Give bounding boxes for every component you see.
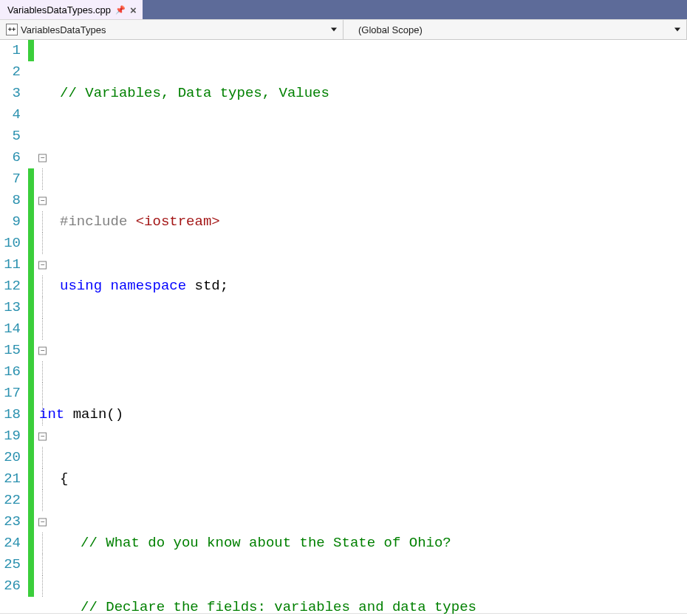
change-bar (28, 168, 34, 190)
line-number: 6 (0, 147, 21, 168)
line-number: 9 (0, 211, 21, 233)
change-bar (28, 447, 34, 468)
cpp-file-icon: ++ (6, 24, 18, 35)
change-bar (28, 340, 34, 361)
scope-right-label: (Global Scope) (358, 24, 423, 35)
code-text: // Variables, Data types, Values (60, 83, 329, 104)
line-number: 16 (0, 361, 21, 383)
line-number: 5 (0, 126, 21, 147)
line-number: 15 (0, 340, 21, 361)
change-bar (28, 276, 34, 297)
close-icon[interactable]: × (130, 4, 137, 16)
line-number: 11 (0, 254, 21, 276)
line-number: 24 (0, 533, 21, 554)
line-number: 4 (0, 104, 21, 126)
outline-margin: − − − − − − (28, 40, 36, 613)
line-number: 20 (0, 447, 21, 468)
change-bar (28, 254, 34, 276)
line-number: 18 (0, 404, 21, 425)
code-content[interactable]: // Variables, Data types, Values #includ… (36, 40, 687, 613)
pin-icon[interactable]: 📌 (115, 5, 126, 15)
code-text: { (60, 468, 68, 490)
line-number: 17 (0, 383, 21, 404)
change-bar (28, 511, 34, 533)
change-bar (28, 425, 34, 447)
code-text: int (39, 404, 64, 425)
line-number: 12 (0, 276, 21, 297)
code-text: // What do you know about the State of O… (81, 533, 451, 554)
chevron-down-icon (331, 28, 337, 32)
change-bar (28, 211, 34, 233)
blank-line (36, 340, 687, 361)
change-bar (28, 404, 34, 425)
code-text: std; (186, 276, 228, 297)
change-bar (28, 361, 34, 383)
scope-left-label: VariablesDataTypes (21, 24, 106, 35)
scope-dropdown-right[interactable]: (Global Scope) (344, 20, 687, 39)
blank-line (36, 147, 687, 168)
change-bar (28, 383, 34, 404)
change-bar (28, 318, 34, 340)
tab-title: VariablesDataTypes.cpp (7, 4, 111, 16)
line-number: 22 (0, 490, 21, 511)
code-text: <iostream> (136, 211, 220, 233)
file-tab[interactable]: VariablesDataTypes.cpp 📌 × (0, 0, 143, 19)
line-number: 21 (0, 468, 21, 490)
change-bar (28, 297, 34, 318)
line-number: 1 (0, 40, 21, 61)
code-text: namespace (110, 276, 186, 297)
change-bar (28, 490, 34, 511)
code-text: // Declare the fields: variables and dat… (81, 597, 476, 616)
line-number: 8 (0, 190, 21, 211)
change-bar (28, 40, 34, 61)
line-number-gutter: 1 2 3 4 5 6 7 8 9 10 11 12 13 14 15 16 1… (0, 40, 28, 613)
change-bar (28, 190, 34, 211)
code-text (102, 276, 110, 297)
navigation-bar: ++ VariablesDataTypes (Global Scope) (0, 19, 687, 40)
tab-strip: VariablesDataTypes.cpp 📌 × (0, 0, 687, 19)
scope-dropdown-left[interactable]: ++ VariablesDataTypes (0, 20, 344, 39)
line-number: 19 (0, 425, 21, 447)
line-number: 25 (0, 554, 21, 575)
line-number: 26 (0, 575, 21, 597)
line-number: 3 (0, 83, 21, 104)
change-bar (28, 575, 34, 597)
code-text: using (60, 276, 102, 297)
line-number: 14 (0, 318, 21, 340)
change-bar (28, 554, 34, 575)
line-number: 7 (0, 168, 21, 190)
code-text: main() (64, 404, 123, 425)
code-text: #include (60, 211, 136, 233)
line-number: 13 (0, 297, 21, 318)
line-number: 2 (0, 61, 21, 83)
line-number: 10 (0, 233, 21, 254)
change-bar (28, 468, 34, 490)
line-number: 23 (0, 511, 21, 533)
chevron-down-icon (674, 28, 680, 32)
change-bar (28, 233, 34, 254)
change-bar (28, 533, 34, 554)
code-editor[interactable]: 1 2 3 4 5 6 7 8 9 10 11 12 13 14 15 16 1… (0, 40, 687, 613)
